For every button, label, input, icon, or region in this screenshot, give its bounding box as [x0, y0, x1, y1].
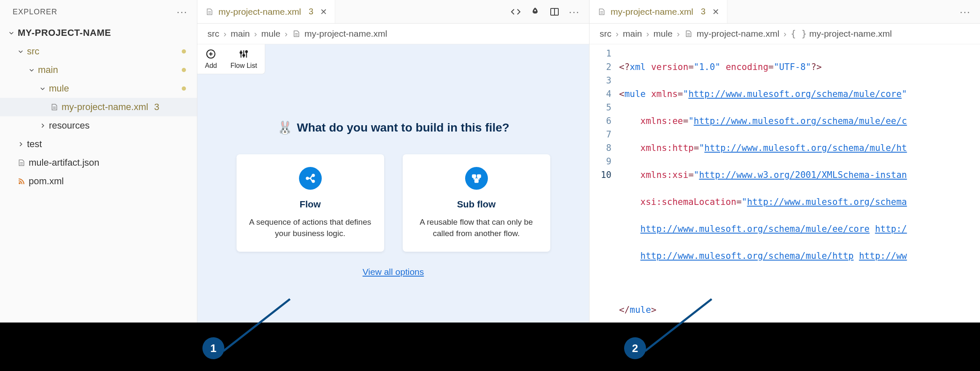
explorer-more-icon[interactable]: ··· [177, 6, 188, 18]
problems-badge: 3 [309, 7, 313, 16]
toggle-code-icon[interactable] [511, 7, 521, 17]
tab-designer-file[interactable]: my-project-name.xml 3 ✕ [197, 0, 335, 23]
svg-point-13 [306, 177, 308, 180]
folder-label: test [27, 139, 42, 150]
folder-resources[interactable]: resources [0, 116, 197, 135]
card-title: Flow [248, 199, 373, 210]
svg-point-0 [19, 182, 21, 184]
svg-point-8 [240, 52, 242, 54]
rss-icon [17, 177, 26, 185]
file-icon [205, 8, 214, 16]
code-breadcrumbs: src › main › mule › my-project-name.xml … [590, 24, 980, 44]
chevron-right-icon: › [223, 29, 226, 39]
tab-label: my-project-name.xml [611, 7, 693, 17]
file-icon [50, 103, 59, 111]
flow-list-button[interactable]: Flow List [230, 48, 257, 70]
flow-icon [299, 167, 322, 190]
modified-dot-icon [182, 49, 186, 54]
file-pom-xml[interactable]: pom.xml [0, 172, 197, 191]
view-all-link[interactable]: View all options [363, 267, 424, 277]
rocket-icon[interactable] [530, 7, 540, 17]
hero-text: What do you want to build in this file? [297, 121, 509, 134]
braces-icon: { } [791, 29, 807, 39]
svg-point-15 [312, 180, 314, 183]
breadcrumb-file-label: my-project-name.xml [304, 29, 387, 39]
split-editor-icon[interactable] [549, 7, 560, 17]
designer-panel: my-project-name.xml 3 ✕ ··· src › main ›… [197, 0, 590, 323]
folder-mule[interactable]: mule [0, 79, 197, 98]
chevron-right-icon: › [285, 29, 288, 39]
folder-label: main [38, 65, 58, 75]
designer-tabs: my-project-name.xml 3 ✕ ··· [197, 0, 589, 24]
tab-code-file[interactable]: my-project-name.xml 3 ✕ [590, 0, 727, 23]
svg-rect-17 [477, 175, 480, 177]
modified-dot-icon [182, 68, 186, 72]
code-content[interactable]: <?xml version="1.0" encoding="UTF-8"?> <… [619, 47, 980, 323]
folder-test[interactable]: test [0, 135, 197, 153]
designer-breadcrumbs: src › main › mule › my-project-name.xml [197, 24, 589, 44]
explorer-panel: EXPLORER ··· MY-PROJECT-NAME src main mu… [0, 0, 197, 323]
hero: 🐰 What do you want to build in this file… [197, 120, 589, 277]
close-icon[interactable]: ✕ [320, 7, 327, 17]
callout-1: 1 [202, 337, 224, 359]
breadcrumb-item[interactable]: mule [654, 29, 673, 39]
more-actions-icon[interactable]: ··· [960, 6, 971, 18]
folder-label: src [27, 46, 39, 57]
svg-point-1 [534, 10, 536, 11]
folder-src[interactable]: src [0, 42, 197, 61]
chevron-right-icon [17, 141, 24, 147]
svg-rect-18 [475, 180, 478, 183]
designer-tab-actions: ··· [511, 6, 589, 18]
breadcrumb-symbol-label: my-project-name.xml [809, 29, 892, 38]
breadcrumb-symbol[interactable]: { } my-project-name.xml [791, 29, 892, 39]
close-icon[interactable]: ✕ [712, 7, 719, 17]
card-desc: A sequence of actions that defines your … [248, 217, 373, 239]
breadcrumb-item[interactable]: main [623, 29, 642, 39]
problems-badge: 3 [154, 102, 159, 113]
breadcrumb-item[interactable]: main [231, 29, 250, 39]
file-label: mule-artifact.json [29, 157, 100, 168]
card-flow[interactable]: Flow A sequence of actions that defines … [237, 154, 384, 252]
add-button[interactable]: Add [205, 48, 217, 70]
designer-canvas[interactable]: Add Flow List 🐰 What do you want to buil… [197, 44, 589, 323]
chevron-right-icon: › [783, 29, 786, 39]
file-mule-artifact[interactable]: mule-artifact.json [0, 153, 197, 172]
subflow-icon [465, 167, 488, 190]
file-my-project-xml[interactable]: my-project-name.xml 3 [0, 98, 197, 116]
breadcrumb-item[interactable]: my-project-name.xml [292, 29, 387, 39]
ide-window: EXPLORER ··· MY-PROJECT-NAME src main mu… [0, 0, 980, 323]
more-actions-icon[interactable]: ··· [569, 6, 580, 18]
file-icon [17, 159, 26, 167]
file-label: pom.xml [29, 176, 64, 187]
chevron-right-icon: › [646, 29, 649, 39]
breadcrumb-item[interactable]: src [600, 29, 611, 39]
chevron-right-icon [39, 123, 46, 129]
file-label: my-project-name.xml [62, 102, 148, 113]
breadcrumb-item[interactable]: mule [261, 29, 281, 39]
problems-badge: 3 [701, 7, 705, 16]
folder-label: mule [49, 83, 69, 94]
project-root[interactable]: MY-PROJECT-NAME [0, 24, 197, 42]
line-gutter: 1234 5678 910 [590, 47, 619, 323]
svg-rect-16 [472, 175, 475, 177]
breadcrumb-item[interactable]: my-project-name.xml [684, 29, 779, 39]
file-icon [684, 30, 693, 38]
breadcrumb-item[interactable]: src [207, 29, 219, 39]
card-desc: A reusable flow that can only be called … [414, 217, 539, 239]
chevron-down-icon [28, 67, 35, 73]
svg-point-14 [312, 175, 314, 177]
code-tabs: my-project-name.xml 3 ✕ ··· [590, 0, 980, 24]
card-subflow[interactable]: Sub flow A reusable flow that can only b… [403, 154, 550, 252]
explorer-title: EXPLORER [13, 8, 57, 16]
chevron-right-icon: › [254, 29, 257, 39]
modified-dot-icon [182, 86, 186, 91]
svg-point-12 [245, 51, 247, 52]
option-cards: Flow A sequence of actions that defines … [237, 154, 550, 252]
breadcrumb-file-label: my-project-name.xml [697, 29, 779, 39]
explorer-header: EXPLORER ··· [0, 0, 197, 24]
chevron-down-icon [39, 86, 46, 91]
code-editor[interactable]: 1234 5678 910 <?xml version="1.0" encodi… [590, 44, 980, 323]
callout-2: 2 [624, 337, 646, 359]
folder-main[interactable]: main [0, 61, 197, 79]
chevron-right-icon: › [677, 29, 680, 39]
